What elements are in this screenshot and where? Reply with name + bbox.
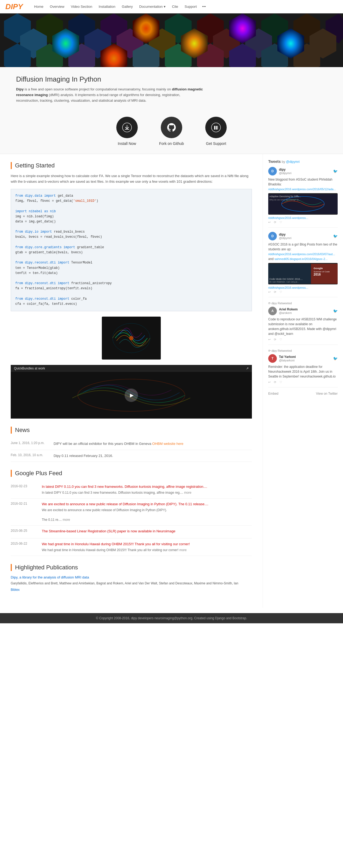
tweet-2-card-link[interactable]: riddhishgsoc2016.wordpress...	[268, 286, 338, 289]
tweet-2-link-2[interactable]: sahmedi05.blogspot.in/2016/04/gsoc-2...	[274, 257, 328, 260]
getting-started-section: Getting Started Here is a simple example…	[11, 162, 252, 418]
tweet-2-user-info: dipy @dipymri	[279, 232, 291, 240]
gplus-more-1[interactable]: more	[184, 491, 191, 495]
tweet-1-link[interactable]: riddhishgsoc2016.wordpress.com/2016/05/1…	[268, 188, 336, 191]
news-item-2: Feb. 10, 2016, 10 a.m. Dipy 0.11 release…	[11, 450, 252, 462]
tweet-1: D dipy @dipymri 🐦 New blogpost from #GSo…	[268, 167, 338, 227]
gplus-content-1: In latest DIPY 0.11.0 you can find 3 new…	[42, 484, 252, 495]
gplus-date-4: 2015-06-22	[11, 542, 37, 553]
github-action[interactable]: Fork on Github	[159, 117, 184, 146]
tweets-title: Tweets	[268, 159, 282, 164]
publication-title-link[interactable]: Dipy, a library for the analysis of diff…	[11, 575, 252, 579]
nav-more[interactable]: •••	[200, 0, 208, 13]
tweet-2-handle: @dipymri	[279, 237, 291, 240]
code-block: from dipy.data import get_data fimg, fbv…	[11, 189, 252, 311]
gplus-item-2: 2016-02-21 We are excited to announce a …	[11, 499, 252, 526]
news-item-1: June 1, 2016, 1:20 p.m. DIPY will be an …	[11, 438, 252, 450]
install-label: Install Now	[117, 142, 136, 146]
tweet-4-like[interactable]: ♡	[279, 380, 282, 384]
tweet-3-user-info: Ariel Rokem @arokem	[279, 308, 298, 314]
content-area: Getting Started Here is a simple example…	[0, 154, 263, 608]
nav-documentation-dropdown[interactable]: Documentation	[136, 0, 169, 13]
action-buttons: Install Now Fork on Github Get Support	[0, 108, 343, 154]
download-icon	[116, 117, 138, 138]
tweet-2-thumb-svg: Google Summer of Code 2016 Code Mode On!…	[268, 264, 338, 284]
tweet-3-like[interactable]: ♡	[279, 338, 282, 341]
tweet-2-retweet[interactable]: ⟳	[274, 290, 276, 294]
gplus-body-2: We are excited to announce a new public …	[42, 508, 252, 522]
tweet-1-card-link[interactable]: riddhishgsoc2016.wordpress...	[268, 216, 338, 219]
svg-point-44	[129, 336, 133, 340]
nav-support[interactable]: Support	[181, 0, 200, 13]
tweet-1-retweet[interactable]: ⟳	[274, 221, 276, 224]
retweet-icon-3: ⟳	[268, 302, 271, 305]
svg-text:2016: 2016	[313, 273, 321, 276]
nav-installation[interactable]: Installation	[95, 0, 118, 13]
embed-link[interactable]: Embed	[268, 392, 278, 396]
tweet-1-like[interactable]: ♡	[279, 221, 282, 224]
tweet-3-actions: ↩ ⟳ ♡	[268, 338, 338, 341]
video-share-icon[interactable]: ↗	[246, 367, 249, 370]
tweet-4-text: Reminder: the application deadline for N…	[268, 364, 338, 379]
tweet-1-avatar: D	[268, 167, 277, 176]
svg-text:Code Mode On! GSOC 2016....: Code Mode On! GSOC 2016....	[269, 278, 303, 280]
nav-cite[interactable]: Cite	[169, 0, 181, 13]
tweet-4: ⟳ dipy Retweeted T Tal Yarkoni @talyarko…	[268, 349, 338, 388]
tweet-2-actions: ↩ ⟳ ♡	[268, 290, 338, 294]
gplus-title-link-2[interactable]: We are excited to announce a new public …	[42, 502, 252, 506]
tweet-2-reply[interactable]: ↩	[268, 290, 271, 294]
gplus-title-link-4[interactable]: We had great time in Honolulu Hawaii dur…	[42, 542, 252, 547]
gplus-item-3: 2015-06-25 The Streamline-based Linear R…	[11, 526, 252, 538]
nav-documentation-label[interactable]: Documentation	[136, 5, 169, 8]
tweets-header: Tweets by @dipymri	[268, 159, 338, 164]
news-link-1[interactable]: OHBM website here	[152, 442, 183, 446]
nav-video[interactable]: Video Section	[68, 0, 95, 13]
publications-section: Highlighted Publications Dipy, a library…	[11, 564, 252, 592]
tweet-3-retweet[interactable]: ⟳	[274, 338, 276, 341]
install-action[interactable]: Install Now	[116, 117, 138, 146]
gplus-more-4[interactable]: more	[179, 548, 186, 552]
svg-rect-41	[217, 126, 218, 130]
sidebar-footer: Embed View on Twitter	[268, 392, 338, 396]
tweet-2-twitter-icon: 🐦	[333, 234, 338, 238]
video-screen[interactable]	[11, 372, 252, 418]
gplus-item-1: 2016-02-23 In latest DIPY 0.11.0 you can…	[11, 481, 252, 499]
page-title: Diffusion Imaging In Python	[16, 75, 327, 84]
gplus-body-1: In latest DIPY 0.11.0 you can find 3 new…	[42, 490, 252, 495]
nav-overview[interactable]: Overview	[47, 0, 68, 13]
gplus-date-3: 2015-06-25	[11, 529, 37, 535]
tweet-2-like[interactable]: ♡	[279, 290, 282, 294]
gplus-date-2: 2016-02-21	[11, 502, 37, 522]
nav-home[interactable]: Home	[31, 0, 47, 13]
support-label: Get Support	[206, 142, 227, 146]
tweet-4-reply[interactable]: ↩	[268, 380, 271, 384]
tweet-2-username: dipy	[279, 232, 291, 237]
gplus-title-link-3[interactable]: The Streamline-based Linear Registration…	[42, 529, 252, 534]
tweet-1-twitter-icon: 🐦	[333, 169, 338, 173]
tweets-handle[interactable]: @dipymri	[286, 160, 300, 164]
tweet-4-username: Tal Yarkoni	[279, 355, 296, 359]
nav-gallery[interactable]: Gallery	[118, 0, 136, 13]
tweet-3-reply[interactable]: ↩	[268, 338, 271, 341]
tweet-3-username: Ariel Rokem	[279, 308, 298, 311]
video-play-button[interactable]	[125, 389, 138, 402]
nav-logo[interactable]: DIPY	[5, 2, 23, 11]
tweet-3-avatar: A	[268, 307, 277, 315]
support-action[interactable]: Get Support	[205, 117, 227, 146]
tweet-4-actions: ↩ ⟳ ♡	[268, 380, 338, 384]
gplus-date-1: 2016-02-23	[11, 484, 37, 495]
gplus-title: Google Plus Feed	[11, 470, 252, 477]
publication-bibtex-link[interactable]: Bibtex	[11, 588, 20, 592]
svg-rect-39	[214, 126, 215, 130]
tweet-1-header: D dipy @dipymri 🐦	[268, 167, 338, 176]
hero-banner	[0, 13, 343, 67]
tweet-3-retweet-label: ⟳ dipy Retweeted	[268, 302, 338, 305]
gplus-title-link-1[interactable]: In latest DIPY 0.11.0 you can find 3 new…	[42, 484, 252, 489]
tweet-1-reply[interactable]: ↩	[268, 221, 271, 224]
gplus-more-2[interactable]: more	[63, 518, 70, 522]
tweet-4-avatar: T	[268, 354, 277, 363]
tweet-2-link-1[interactable]: riddhishgsoc2016.wordpress.com/2016/03/0…	[268, 252, 335, 256]
view-twitter-link[interactable]: View on Twitter	[316, 392, 338, 396]
tweet-4-retweet[interactable]: ⟳	[274, 380, 276, 384]
main-layout: Getting Started Here is a simple example…	[0, 154, 343, 608]
